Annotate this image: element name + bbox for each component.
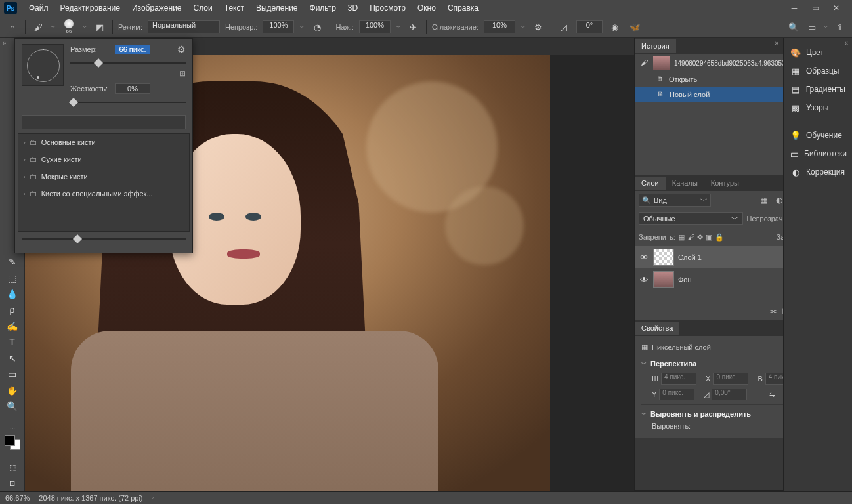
brush-size-input[interactable]: 66 пикс. — [115, 45, 150, 54]
blend-mode-select[interactable]: Нормальный — [148, 20, 220, 33]
healing-brush-tool-icon[interactable]: ✍ — [3, 319, 22, 333]
swatches-icon: ▦ — [790, 66, 801, 76]
expand-panels-icon[interactable]: » — [775, 39, 778, 47]
link-layers-icon[interactable]: ⫘ — [769, 307, 777, 316]
brush-settings-icon[interactable]: ◩ — [93, 20, 107, 34]
type-tool-icon[interactable]: T — [3, 335, 22, 349]
expand-toolbox-icon[interactable]: » — [3, 39, 7, 47]
brush-zoom-slider[interactable] — [22, 234, 186, 243]
layer-blend-select[interactable]: Обычные﹀ — [639, 212, 743, 225]
home-icon[interactable]: ⌂ — [5, 20, 20, 34]
chevron-down-icon[interactable]: ﹀ — [82, 24, 87, 31]
lock-all-icon[interactable]: 🔒 — [715, 233, 724, 242]
pressure-opacity-icon[interactable]: ◔ — [310, 20, 324, 34]
search-icon[interactable]: 🔍 — [786, 20, 801, 34]
eyedropper-tool-icon[interactable]: ✎ — [3, 255, 22, 269]
brush-hardness-slider[interactable] — [70, 98, 186, 107]
window-close-icon[interactable]: ✕ — [828, 2, 844, 14]
edit-toolbar-icon[interactable] — [3, 415, 22, 429]
document-dimensions[interactable]: 2048 пикс. x 1367 пикс. (72 ppi) — [39, 494, 142, 502]
paths-tab[interactable]: Контуры — [704, 177, 746, 190]
color-icon: 🎨 — [790, 47, 801, 58]
menu-layers[interactable]: Слои — [188, 1, 218, 14]
brush-folder[interactable]: ›🗀Мокрые кисти — [18, 168, 189, 185]
menu-select[interactable]: Выделение — [251, 1, 303, 14]
lasso-tool-icon[interactable]: ρ — [3, 303, 22, 317]
strip-gradients[interactable]: ▤Градиенты — [784, 80, 852, 98]
eyedropper-tool-icon[interactable]: 💧 — [3, 287, 22, 301]
zoom-level[interactable]: 66,67% — [5, 494, 30, 502]
angle-input[interactable]: 0° — [576, 20, 603, 33]
brush-folder[interactable]: ›🗀Основные кисти — [18, 134, 189, 151]
menu-window[interactable]: Окно — [412, 1, 441, 14]
opacity-input[interactable]: 100% — [263, 20, 294, 33]
layer-thumb — [653, 271, 674, 288]
strip-libraries[interactable]: 🗃Библиотеки — [784, 144, 852, 163]
screen-mode-icon[interactable]: ⊡ — [3, 476, 22, 490]
menu-view[interactable]: Просмотр — [364, 1, 411, 14]
menu-edit[interactable]: Редактирование — [55, 1, 125, 14]
lock-artboard-icon[interactable]: ▣ — [706, 233, 712, 242]
lock-pixels-icon[interactable]: 🖌 — [687, 233, 694, 242]
width-input[interactable]: 4 пикс. — [661, 373, 696, 385]
brush-size-slider[interactable] — [70, 58, 186, 68]
symmetry-icon[interactable]: 🦋 — [628, 20, 642, 34]
pixel-layer-icon: ▦ — [641, 343, 648, 351]
lock-transparency-icon[interactable]: ▦ — [678, 233, 685, 242]
x-input[interactable]: 0 пикс. — [713, 373, 748, 385]
channels-tab[interactable]: Каналы — [666, 177, 704, 190]
strip-adjustments[interactable]: ◐Коррекция — [784, 163, 852, 181]
smoothing-gear-icon[interactable]: ⚙ — [531, 20, 545, 34]
menu-help[interactable]: Справка — [442, 1, 484, 14]
filter-pixel-icon[interactable]: ▦ — [757, 194, 769, 206]
share-icon[interactable]: ⇧ — [832, 20, 847, 34]
window-maximize-icon[interactable]: ▭ — [807, 2, 823, 14]
zoom-tool-icon[interactable]: 🔍 — [3, 399, 22, 413]
chevron-down-icon[interactable]: ﹀ — [51, 24, 56, 31]
menu-image[interactable]: Изображение — [127, 1, 187, 14]
y-input[interactable]: 0 пикс. — [659, 388, 694, 400]
brush-tool-icon[interactable]: 🖌 — [31, 20, 45, 34]
menu-filter[interactable]: Фильтр — [305, 1, 341, 14]
menu-3d[interactable]: 3D — [343, 1, 363, 14]
properties-tab[interactable]: Свойства — [635, 322, 679, 335]
gear-icon[interactable]: ⚙ — [177, 44, 186, 54]
rotation-input[interactable]: 0,00° — [712, 388, 747, 400]
brush-tip-preview[interactable] — [22, 44, 64, 86]
smoothing-input[interactable]: 10% — [484, 20, 515, 33]
menu-text[interactable]: Текст — [219, 1, 249, 14]
hand-tool-icon[interactable]: ✋ — [3, 383, 22, 397]
brush-folder[interactable]: ›🗀Кисти со специальными эффек... — [18, 185, 189, 202]
strip-color[interactable]: 🎨Цвет — [784, 43, 852, 62]
brush-size-label: Размер: — [70, 45, 111, 53]
strip-swatches[interactable]: ▦Образцы — [784, 62, 852, 80]
strip-patterns[interactable]: ▩Узоры — [784, 98, 852, 117]
brush-hardness-label: Жесткость: — [70, 85, 111, 93]
brush-folder[interactable]: ›🗀Сухие кисти — [18, 151, 189, 168]
brush-preset-picker[interactable]: 66 — [61, 19, 77, 35]
visibility-icon[interactable]: 👁 — [639, 275, 649, 285]
pressure-size-icon[interactable]: ◉ — [608, 20, 622, 34]
flow-input[interactable]: 100% — [359, 20, 391, 33]
brush-search-input[interactable] — [22, 115, 186, 129]
history-tab[interactable]: История — [635, 39, 676, 52]
layer-lock-label: Закрепить: — [639, 233, 675, 241]
crop-tool-icon[interactable]: ⬚ — [3, 270, 22, 285]
flip-h-icon[interactable]: ⇋ — [769, 390, 775, 399]
brush-hardness-input[interactable]: 0% — [115, 83, 150, 94]
path-select-tool-icon[interactable]: ↖ — [3, 351, 22, 366]
lock-position-icon[interactable]: ✥ — [697, 233, 703, 242]
color-swatches[interactable] — [5, 435, 20, 450]
layers-tab[interactable]: Слои — [635, 177, 666, 190]
visibility-icon[interactable]: 👁 — [639, 253, 649, 262]
expand-strip-icon[interactable]: « — [844, 39, 848, 47]
menu-file[interactable]: Файл — [24, 1, 54, 14]
rectangle-tool-icon[interactable]: ▭ — [3, 367, 22, 381]
quick-mask-icon[interactable]: ⬚ — [3, 460, 22, 474]
workspace-switcher-icon[interactable]: ▭ — [805, 20, 819, 34]
new-preset-icon[interactable]: ⊞ — [179, 69, 186, 78]
strip-learn[interactable]: 💡Обучение — [784, 126, 852, 144]
window-minimize-icon[interactable]: ─ — [786, 2, 802, 14]
airbrush-icon[interactable]: ✈ — [406, 20, 421, 34]
layer-filter-select[interactable]: 🔍 Вид﹀ — [639, 194, 711, 207]
